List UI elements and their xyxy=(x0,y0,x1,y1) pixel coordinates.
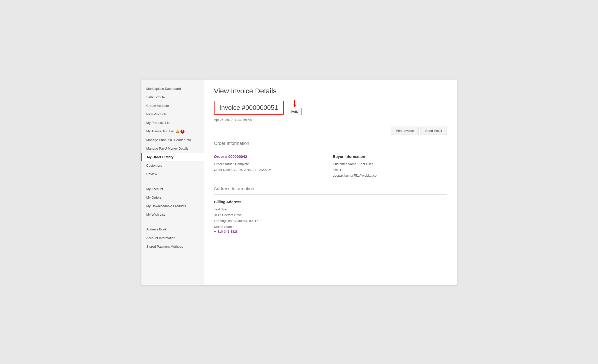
sidebar-item-manage-payu[interactable]: Manage PayU Money Details xyxy=(141,144,204,153)
order-info-grid: Order # 000000042 Order Status : Complet… xyxy=(214,154,447,179)
order-info-title: Order Information xyxy=(214,141,447,146)
order-info-divider xyxy=(214,149,447,149)
main-container: Marketplace Dashboard Seller Profile Cre… xyxy=(141,80,457,285)
buyer-info-col: Buyer Information Customer Name : Test U… xyxy=(333,154,447,179)
page-title: View Invoice Details xyxy=(214,87,447,95)
sidebar-item-my-wish-list[interactable]: My Wish List xyxy=(141,210,204,219)
send-email-button[interactable]: Send Email xyxy=(421,127,447,135)
billing-phone: 310-341-3828 xyxy=(218,230,238,235)
sidebar-item-new-products[interactable]: New Products xyxy=(141,110,204,119)
sidebar-item-manage-print-pdf[interactable]: Manage Print PDF Header Info xyxy=(141,136,204,144)
email-value: deepak.kumar751@webkul.com xyxy=(333,173,447,178)
arrow-paid-wrapper: PAID xyxy=(288,100,302,115)
sidebar-top-section: Marketplace Dashboard Seller Profile Cre… xyxy=(141,85,204,179)
arrow-line xyxy=(294,100,295,105)
sidebar-account-section: Address Book Account Information Stored … xyxy=(141,225,204,251)
address-info-title: Address Information xyxy=(214,186,447,191)
billing-name: Test User xyxy=(214,206,447,212)
action-buttons: Print Invoice Send Email xyxy=(214,127,447,135)
sidebar-item-seller-profile[interactable]: Seller Profile xyxy=(141,93,204,102)
main-content: View Invoice Details Invoice #000000051 … xyxy=(204,80,457,285)
arrow-annotation xyxy=(293,100,296,107)
sidebar-item-my-transaction-list[interactable]: My Transaction List 🔔 4 xyxy=(141,127,204,136)
billing-address-block: Billing Address Test User 3117 Doctors D… xyxy=(214,200,447,236)
print-invoice-button[interactable]: Print Invoice xyxy=(391,127,419,135)
address-information-section: Address Information Billing Address Test… xyxy=(214,186,447,236)
order-left-col: Order # 000000042 Order Status : Complet… xyxy=(214,154,328,179)
customer-name: Customer Name : Test User xyxy=(333,161,447,167)
sidebar-divider-2 xyxy=(146,222,199,222)
sidebar-divider-1 xyxy=(146,182,199,182)
billing-street: 3117 Doctors Drive xyxy=(214,212,447,218)
sidebar-item-customers[interactable]: Customers xyxy=(141,161,204,170)
billing-title: Billing Address xyxy=(214,200,447,204)
sidebar-item-marketplace-dashboard[interactable]: Marketplace Dashboard xyxy=(141,85,204,93)
billing-phone-row: T: 310-341-3828 xyxy=(214,230,447,235)
invoice-header-row: Invoice #000000051 PAID xyxy=(214,100,447,115)
sidebar-item-my-orders[interactable]: My Orders xyxy=(141,193,204,202)
email-label: Email : xyxy=(333,167,447,173)
sidebar-item-my-order-history[interactable]: My Order History xyxy=(141,153,204,161)
sidebar-item-stored-payment-methods[interactable]: Stored Payment Methods xyxy=(141,242,204,251)
buyer-info-title: Buyer Information xyxy=(333,154,447,159)
order-information-section: Order Information Order # 000000042 Orde… xyxy=(214,141,447,179)
sidebar-bottom-section: My Account My Orders My Downloadable Pro… xyxy=(141,185,204,219)
sidebar: Marketplace Dashboard Seller Profile Cre… xyxy=(141,80,204,285)
sidebar-item-review[interactable]: Review xyxy=(141,170,204,178)
billing-phone-label: T: xyxy=(214,230,217,235)
sidebar-item-my-downloadable-products[interactable]: My Downloadable Products xyxy=(141,202,204,210)
paid-badge: PAID xyxy=(288,108,302,115)
sidebar-item-label: My Transaction List xyxy=(146,129,174,134)
address-info-divider xyxy=(214,194,447,195)
sidebar-item-account-information[interactable]: Account Information xyxy=(141,234,204,242)
order-date: Order Date : Apr 26, 2019, 11:23:20 AM xyxy=(214,167,328,173)
bell-icon: 🔔 xyxy=(175,129,179,134)
order-number-link[interactable]: Order # 000000042 xyxy=(214,154,328,159)
sidebar-item-my-products-list[interactable]: My Products List xyxy=(141,119,204,127)
billing-country: United States xyxy=(214,224,447,230)
notification-badge: 4 xyxy=(180,130,184,134)
arrow-head xyxy=(293,105,296,107)
order-status: Order Status : Complete xyxy=(214,161,328,167)
billing-city-state-zip: Los Angeles, California, 90017 xyxy=(214,218,447,224)
sidebar-item-my-account[interactable]: My Account xyxy=(141,185,204,193)
sidebar-item-create-attribute[interactable]: Create Attribute xyxy=(141,102,204,110)
sidebar-item-address-book[interactable]: Address Book xyxy=(141,225,204,234)
invoice-date: Apr 26, 2019, 11:30:56 AM xyxy=(214,118,447,122)
invoice-number: Invoice #000000051 xyxy=(214,101,284,115)
